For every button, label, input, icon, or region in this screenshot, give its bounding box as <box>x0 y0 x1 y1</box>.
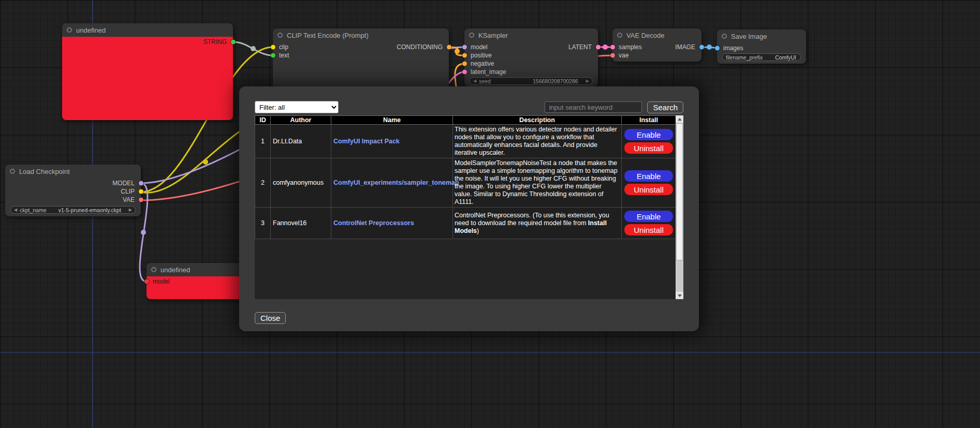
latent-image-input-pin[interactable] <box>462 70 467 75</box>
clip-output-pin[interactable] <box>139 189 143 194</box>
model-input-pin[interactable] <box>144 279 149 284</box>
scrollbar-thumb[interactable] <box>676 123 683 260</box>
slot-row: positive <box>464 51 598 60</box>
extension-table-container: ID Author Name Description Install 1 Dr.… <box>255 115 683 299</box>
slot-row: negative <box>464 60 598 68</box>
node-clip-text-encode[interactable]: CLIP Text Encode (Prompt) clip CONDITION… <box>273 28 449 90</box>
slot-row: images <box>717 44 806 52</box>
slot-row: text <box>273 51 449 60</box>
text-input-pin[interactable] <box>271 53 275 58</box>
negative-input-pin[interactable] <box>462 62 467 66</box>
slot-row: vae <box>612 51 701 60</box>
samples-input-pin[interactable] <box>610 45 615 50</box>
enable-button[interactable]: Enable <box>624 170 673 182</box>
node-load-checkpoint[interactable]: Load Checkpoint MODEL CLIP VAE ◀ ckpt_na… <box>5 165 141 216</box>
slot-row: VAE <box>5 196 141 204</box>
positive-input-pin[interactable] <box>462 53 467 58</box>
collapse-dot[interactable] <box>617 33 622 38</box>
node-undefined-bottom[interactable]: undefined model <box>147 263 248 299</box>
scrollbar-up-icon[interactable] <box>676 115 683 123</box>
images-input-pin[interactable] <box>715 46 720 51</box>
extension-link[interactable]: ControlNet Preprocessors <box>333 219 414 227</box>
output-slot-string: STRING <box>62 38 233 46</box>
node-title: Save Image <box>731 33 767 40</box>
node-header[interactable]: Save Image <box>717 29 806 43</box>
node-header[interactable]: undefined <box>62 23 233 37</box>
slot-row: samples IMAGE <box>612 43 701 51</box>
widget-increment-icon[interactable]: ▶ <box>586 79 589 83</box>
author-cell: Fannovel16 <box>271 208 331 239</box>
vae-output-pin[interactable] <box>139 198 143 202</box>
slot-row: model LATENT <box>464 43 598 51</box>
latent-output-pin[interactable] <box>596 45 601 50</box>
node-header[interactable]: KSampler <box>464 28 598 42</box>
widget-decrement-icon[interactable]: ◀ <box>473 79 476 83</box>
collapse-dot[interactable] <box>469 33 474 38</box>
collapse-dot[interactable] <box>277 33 283 38</box>
collapse-dot[interactable] <box>67 27 72 33</box>
dialog-toolbar: Filter: all Search <box>255 101 683 113</box>
link-dot-latent[interactable] <box>603 45 608 50</box>
link-dot-string[interactable] <box>251 46 256 51</box>
extension-link[interactable]: ComfyUI Impact Pack <box>333 138 400 145</box>
slot-row: clip CONDITIONING <box>273 43 449 51</box>
extension-manager-dialog: Filter: all Search ID Author Name De <box>239 86 699 331</box>
enable-button[interactable]: Enable <box>624 211 673 222</box>
extension-link[interactable]: ComfyUI_experiments/sampler_tonemap <box>333 179 459 186</box>
node-undefined-top[interactable]: undefined STRING <box>62 23 233 120</box>
model-input-pin[interactable] <box>462 45 467 50</box>
slot-row: MODEL <box>5 179 141 187</box>
link-dot-conditioning[interactable] <box>455 49 460 54</box>
seed-widget[interactable]: ◀ seed 156680208700286 ▶ <box>470 77 593 85</box>
vae-input-pin[interactable] <box>610 53 615 58</box>
node-save-image[interactable]: Save Image images filename_prefix ComfyU… <box>717 29 806 64</box>
author-cell: Dr.Lt.Data <box>271 125 331 158</box>
close-button[interactable]: Close <box>255 312 286 324</box>
uninstall-button[interactable]: Uninstall <box>624 224 673 235</box>
string-output-pin[interactable] <box>231 40 236 45</box>
node-title: undefined <box>76 26 106 34</box>
filter-select[interactable]: Filter: all <box>255 101 339 113</box>
collapse-dot[interactable] <box>10 169 15 174</box>
filename-prefix-widget[interactable]: filename_prefix ComfyUI <box>722 53 801 61</box>
node-vae-decode[interactable]: VAE Decode samples IMAGE vae <box>612 28 701 62</box>
search-input[interactable] <box>545 101 642 113</box>
slot-row: CLIP <box>5 187 141 196</box>
image-output-pin[interactable] <box>699 45 704 50</box>
node-ksampler[interactable]: KSampler model LATENT positive negative … <box>464 28 598 86</box>
scrollbar-down-icon[interactable] <box>676 292 683 299</box>
extension-table: ID Author Name Description Install 1 Dr.… <box>255 115 676 239</box>
table-header-row: ID Author Name Description Install <box>255 116 676 125</box>
slot-row: latent_image <box>464 68 598 76</box>
widget-prev-icon[interactable]: ◀ <box>14 208 17 212</box>
ckpt-name-widget[interactable]: ◀ ckpt_name v1-5-pruned-emaonly.ckpt ▶ <box>10 206 136 214</box>
link-dot-clip[interactable] <box>203 159 208 165</box>
conditioning-output-pin[interactable] <box>447 45 451 50</box>
uninstall-button[interactable]: Uninstall <box>624 184 673 195</box>
collapse-dot[interactable] <box>722 34 727 39</box>
node-header[interactable]: undefined <box>147 263 248 276</box>
table-scrollbar[interactable] <box>676 115 683 299</box>
extension-row: 3 Fannovel16 ControlNet Preprocessors Co… <box>255 208 676 239</box>
node-header[interactable]: CLIP Text Encode (Prompt) <box>273 28 449 42</box>
extension-row: 1 Dr.Lt.Data ComfyUI Impact Pack This ex… <box>255 125 676 158</box>
node-canvas[interactable]: undefined STRING CLIP Text Encode (Promp… <box>0 0 980 428</box>
enable-button[interactable]: Enable <box>624 129 673 140</box>
node-title: undefined <box>160 266 190 274</box>
collapse-dot[interactable] <box>151 267 156 272</box>
widget-next-icon[interactable]: ▶ <box>129 208 132 212</box>
error-node-body: STRING <box>62 37 233 120</box>
node-title: VAE Decode <box>626 32 664 39</box>
node-header[interactable]: Load Checkpoint <box>5 165 141 178</box>
node-title: KSampler <box>478 32 508 39</box>
author-cell: comfyanonymous <box>271 158 331 208</box>
link-dot-image[interactable] <box>707 45 712 50</box>
uninstall-button[interactable]: Uninstall <box>624 142 673 154</box>
search-button[interactable]: Search <box>647 101 683 113</box>
model-output-pin[interactable] <box>139 181 143 186</box>
node-header[interactable]: VAE Decode <box>612 28 701 42</box>
clip-input-pin[interactable] <box>271 45 275 50</box>
node-title: CLIP Text Encode (Prompt) <box>287 32 369 39</box>
slot-row: model <box>147 277 248 286</box>
link-dot-model[interactable] <box>141 230 146 235</box>
